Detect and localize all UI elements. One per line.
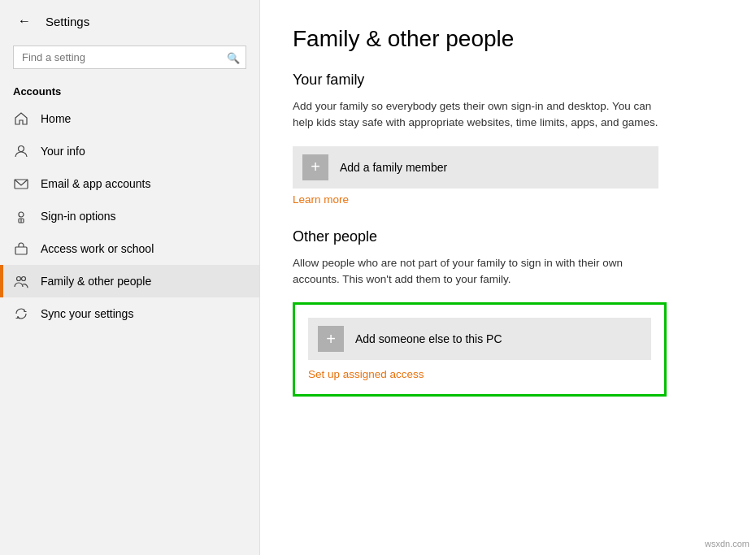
- signin-icon: [13, 208, 29, 224]
- sidebar-title: Settings: [46, 15, 89, 28]
- sidebar-item-family[interactable]: Family & other people: [0, 265, 259, 297]
- sidebar-item-home[interactable]: Home: [0, 102, 259, 135]
- add-family-member-button[interactable]: + Add a family member: [293, 146, 658, 189]
- add-someone-plus-icon: +: [318, 326, 344, 352]
- page-title: Family & other people: [293, 26, 723, 52]
- your-family-description: Add your family so everybody gets their …: [293, 98, 667, 132]
- svg-point-6: [17, 277, 21, 281]
- sidebar-header: ← Settings: [0, 0, 259, 42]
- set-up-assigned-access-link[interactable]: Set up assigned access: [308, 368, 424, 380]
- sidebar-item-access-work[interactable]: Access work or school: [0, 232, 259, 265]
- email-icon: [13, 176, 29, 192]
- sidebar-item-signin[interactable]: Sign-in options: [0, 200, 259, 232]
- access-work-icon: [13, 241, 29, 257]
- sidebar-item-sync[interactable]: Sync your settings: [0, 297, 259, 330]
- other-people-highlighted-section: + Add someone else to this PC Set up ass…: [293, 302, 667, 397]
- sidebar-item-email-label: Email & app accounts: [41, 177, 150, 190]
- your-info-icon: [13, 143, 29, 159]
- sidebar-item-home-label: Home: [41, 112, 71, 125]
- sidebar-item-access-work-label: Access work or school: [41, 242, 154, 255]
- svg-point-0: [19, 146, 24, 152]
- sidebar-item-email[interactable]: Email & app accounts: [0, 167, 259, 200]
- other-people-heading: Other people: [293, 228, 723, 245]
- add-family-plus-icon: +: [302, 154, 328, 180]
- search-input[interactable]: [13, 46, 246, 69]
- svg-point-7: [22, 277, 26, 281]
- svg-point-2: [19, 212, 24, 217]
- family-icon: [13, 273, 29, 289]
- home-icon: [13, 111, 29, 127]
- sync-icon: [13, 306, 29, 322]
- search-icon: 🔍: [227, 51, 240, 63]
- learn-more-link[interactable]: Learn more: [293, 193, 349, 206]
- sidebar-item-your-info[interactable]: Your info: [0, 135, 259, 167]
- sidebar-item-signin-label: Sign-in options: [41, 210, 116, 223]
- other-people-description: Allow people who are not part of your fa…: [293, 255, 667, 288]
- main-content: Family & other people Your family Add yo…: [260, 0, 756, 555]
- svg-rect-5: [15, 247, 27, 254]
- your-family-heading: Your family: [293, 72, 723, 89]
- back-button[interactable]: ←: [13, 10, 36, 33]
- add-someone-button[interactable]: + Add someone else to this PC: [308, 318, 651, 360]
- watermark: wsxdn.com: [705, 539, 749, 548]
- sidebar-item-sync-label: Sync your settings: [41, 307, 133, 320]
- accounts-section-label: Accounts: [0, 79, 259, 102]
- search-box: 🔍: [13, 46, 246, 69]
- sidebar-item-family-label: Family & other people: [41, 275, 151, 288]
- add-family-label: Add a family member: [340, 161, 447, 174]
- add-someone-label: Add someone else to this PC: [355, 332, 502, 345]
- sidebar: ← Settings 🔍 Accounts Home Your info: [0, 0, 260, 555]
- sidebar-item-your-info-label: Your info: [41, 145, 85, 158]
